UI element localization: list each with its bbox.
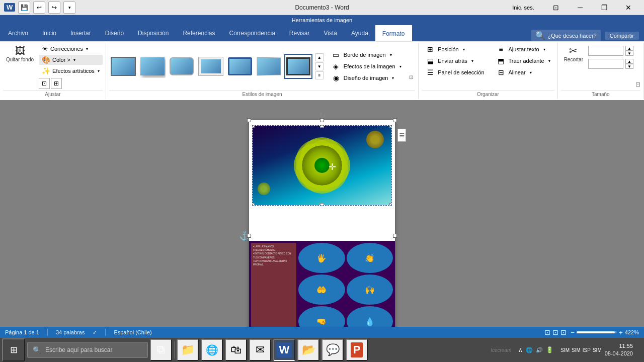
chevron-tray-icon[interactable]: ∧ (518, 346, 523, 353)
extra-btn2[interactable]: ⊞ (51, 78, 62, 89)
enviar-atras-btn[interactable]: ⬓ Enviar atrás ▾ (422, 55, 488, 66)
taskbar: ⊞ 🔍 ⧉ 📁 🌐 🛍 ✉ W 📂 💬 P (0, 338, 644, 362)
styles-scroll-up[interactable]: ▲ (315, 53, 324, 61)
height-down-btn[interactable]: ▼ (625, 51, 633, 56)
explorer-btn[interactable]: 📁 (177, 339, 199, 361)
tab-formato[interactable]: Formato (375, 25, 412, 41)
inner-handle-tl[interactable] (252, 125, 255, 128)
inner-handle-tc[interactable] (320, 125, 324, 128)
width-down-btn[interactable]: ▼ (625, 64, 633, 69)
files-btn[interactable]: 📂 (297, 339, 319, 361)
edge-btn[interactable]: 🌐 (201, 339, 223, 361)
tab-insertar[interactable]: Insertar (63, 25, 98, 41)
tab-inicio[interactable]: Inicio (35, 25, 63, 41)
tab-archivo[interactable]: Archivo (1, 25, 35, 41)
zoom-level: 422% (625, 329, 639, 335)
handle-mr[interactable] (393, 234, 397, 238)
efectos-imagen-btn[interactable]: ◈ Efectos de la imagen ▾ (328, 61, 406, 72)
ajustar-texto-chevron: ▾ (543, 47, 545, 52)
inner-handle-bl[interactable] (252, 203, 255, 206)
customize-quick-btn[interactable]: ▾ (63, 2, 75, 14)
tab-disposicion[interactable]: Disposición (131, 25, 176, 41)
alinear-btn[interactable]: ⊟ Alinear ▾ (493, 67, 554, 78)
tab-revisar[interactable]: Revisar (282, 25, 317, 41)
undo-quick-btn[interactable]: ↩ (33, 2, 45, 14)
word-btn[interactable]: W (273, 339, 295, 361)
inner-handle-br[interactable] (389, 203, 392, 206)
ajustar-texto-btn[interactable]: ≡ Ajustar texto ▾ (493, 44, 554, 55)
efectos-imagen-chevron: ▾ (399, 64, 401, 69)
handle-tr[interactable] (393, 118, 397, 122)
tamano-group: ✂ Recortar 8,71 cm ▲ ▼ 15,56 cm (558, 43, 644, 99)
borde-imagen-btn[interactable]: ▭ Borde de imagen ▾ (328, 49, 406, 60)
network-icon[interactable]: 🌐 (526, 347, 533, 353)
img-style-5[interactable] (226, 54, 254, 79)
zoom-in-btn[interactable]: + (619, 329, 623, 336)
panel-seleccion-btn[interactable]: ☰ Panel de selección (422, 67, 488, 78)
color-btn[interactable]: 🎨 Color > ▾ (39, 55, 103, 65)
taskbar-search-input[interactable] (45, 346, 142, 353)
share-btn[interactable]: Compartir (605, 32, 639, 40)
bullet-text: • LAVA LAS MANOS FRECUENTEMENTE. • EVITA… (253, 245, 294, 266)
img-style-6[interactable] (255, 54, 283, 79)
tab-ayuda[interactable]: Ayuda (344, 25, 375, 41)
close-btn[interactable]: ✕ (617, 0, 640, 15)
inner-handle-tr[interactable] (389, 125, 392, 128)
width-up-btn[interactable]: ▲ (625, 59, 633, 64)
tamano-expand-icon[interactable]: ⊡ (635, 81, 640, 88)
diseno-imagen-btn[interactable]: ◉ Diseño de imagen ▾ (328, 72, 406, 83)
mail-btn[interactable]: ✉ (249, 339, 271, 361)
inner-handle-bc[interactable] (320, 203, 324, 206)
handle-tl[interactable] (247, 118, 251, 122)
hw-step-2: 👏 (347, 243, 393, 273)
styles-expand[interactable]: ≡ (315, 71, 324, 79)
minimize-btn[interactable]: ─ (569, 0, 592, 15)
efectos-artisticos-btn[interactable]: ✨ Efectos artísticos ▾ (39, 66, 103, 76)
layout-btn[interactable]: ⊡ (544, 0, 568, 15)
whatsapp-btn[interactable]: 💬 (321, 339, 344, 361)
img-style-4[interactable] (197, 54, 225, 79)
tab-diseno[interactable]: Diseño (98, 25, 131, 41)
search-ribbon-btn[interactable]: 🔍 ¿Qué desea hacer? (531, 30, 600, 41)
redo-quick-btn[interactable]: ↪ (48, 2, 60, 14)
tab-referencias[interactable]: Referencias (176, 25, 222, 41)
tab-vista[interactable]: Vista (317, 25, 344, 41)
zoom-out-btn[interactable]: − (571, 329, 575, 336)
styles-scroll-down[interactable]: ▼ (315, 62, 324, 70)
store-btn[interactable]: 🛍 (225, 339, 247, 361)
wrap-icon[interactable]: ≡ (397, 130, 406, 141)
height-input[interactable]: 8,71 cm (588, 46, 623, 56)
correcciones-btn[interactable]: ☀ Correcciones ▾ (39, 44, 103, 54)
restore-btn[interactable]: ❐ (593, 0, 616, 15)
handle-tc[interactable] (320, 118, 324, 122)
zoom-slider[interactable] (577, 331, 617, 333)
clock[interactable]: 11:55 08-04-2020 (605, 342, 633, 358)
taskview-btn[interactable]: ⧉ (150, 339, 172, 361)
save-quick-btn[interactable]: 💾 (18, 2, 30, 14)
img-style-3[interactable] (168, 54, 196, 79)
width-input[interactable]: 15,56 cm (588, 59, 623, 69)
posicion-btn[interactable]: ⊞ Posición ▾ (422, 44, 488, 55)
quitar-fondo-btn[interactable]: 🖼 Quitar fondo (3, 44, 37, 64)
height-up-btn[interactable]: ▲ (625, 46, 633, 51)
show-desktop-btn[interactable] (636, 338, 639, 362)
powerpoint-btn[interactable]: P (346, 339, 368, 361)
user-signin-btn[interactable]: Inic. ses. (503, 0, 543, 15)
word-count: 34 palabras (56, 329, 85, 335)
proofing-icon[interactable]: ✓ (93, 329, 97, 336)
tab-correspondencia[interactable]: Correspondencia (222, 25, 282, 41)
extra-btn1[interactable]: ⊡ (39, 78, 50, 89)
sound-icon[interactable]: 🔊 (536, 347, 543, 353)
selected-region: ✛ (252, 125, 392, 206)
img-style-7[interactable] (284, 54, 312, 79)
start-btn[interactable]: ⊞ (2, 338, 25, 361)
recortar-btn[interactable]: ✂ Recortar (561, 44, 586, 64)
handle-ml[interactable] (247, 234, 251, 238)
battery-icon[interactable]: 🔋 (546, 346, 553, 353)
clock-time: 11:55 (605, 342, 633, 350)
traer-adelante-btn[interactable]: ⬒ Traer adelante ▾ (493, 55, 554, 66)
taskbar-search[interactable]: 🔍 (27, 342, 148, 358)
estilos-expand-icon[interactable]: ⊡ (408, 74, 415, 80)
img-style-2[interactable] (138, 54, 167, 79)
img-style-1[interactable] (109, 54, 137, 79)
